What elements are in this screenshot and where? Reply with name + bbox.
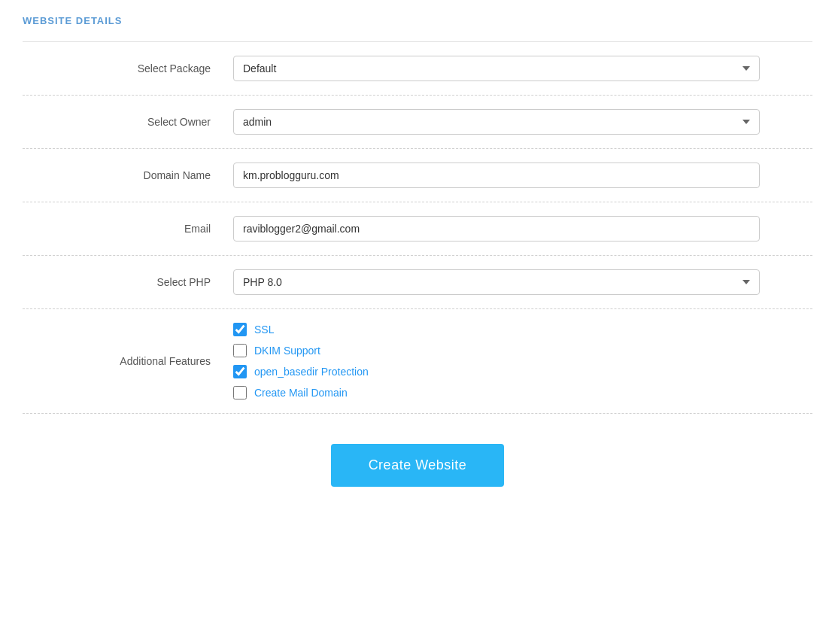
- email-row: Email: [23, 202, 812, 256]
- domain-name-label: Domain Name: [23, 169, 233, 181]
- domain-name-wrapper: [233, 163, 760, 188]
- additional-features-wrapper: SSL DKIM Support open_basedir Protection…: [233, 323, 760, 399]
- domain-name-input[interactable]: [233, 163, 760, 188]
- create-website-button[interactable]: Create Website: [331, 444, 505, 487]
- dkim-label: DKIM Support: [254, 345, 320, 357]
- select-php-label: Select PHP: [23, 276, 233, 288]
- ssl-checkbox-item[interactable]: SSL: [233, 323, 760, 336]
- ssl-checkbox[interactable]: [233, 323, 247, 336]
- maildomain-checkbox-item[interactable]: Create Mail Domain: [233, 386, 760, 399]
- page-title: WEBSITE DETAILS: [23, 15, 812, 26]
- domain-name-row: Domain Name: [23, 149, 812, 202]
- select-package-row: Select Package Default Basic Pro Enterpr…: [23, 42, 812, 96]
- email-input[interactable]: [233, 216, 760, 242]
- openbasedir-label: open_basedir Protection: [254, 366, 369, 378]
- select-owner-row: Select Owner admin user1 user2: [23, 96, 812, 149]
- additional-features-label: Additional Features: [23, 355, 233, 367]
- select-php-dropdown[interactable]: PHP 8.0 PHP 7.4 PHP 7.3 PHP 8.1 PHP 8.2: [233, 269, 760, 295]
- additional-features-row: Additional Features SSL DKIM Support ope…: [23, 309, 812, 414]
- select-php-row: Select PHP PHP 8.0 PHP 7.4 PHP 7.3 PHP 8…: [23, 256, 812, 309]
- select-owner-label: Select Owner: [23, 116, 233, 128]
- ssl-label: SSL: [254, 324, 274, 336]
- page-wrapper: WEBSITE DETAILS Select Package Default B…: [0, 0, 835, 524]
- email-label: Email: [23, 223, 233, 235]
- dkim-checkbox[interactable]: [233, 344, 247, 357]
- maildomain-checkbox[interactable]: [233, 386, 247, 399]
- select-package-dropdown[interactable]: Default Basic Pro Enterprise: [233, 56, 760, 81]
- select-package-label: Select Package: [23, 62, 233, 74]
- maildomain-label: Create Mail Domain: [254, 387, 348, 399]
- select-owner-wrapper: admin user1 user2: [233, 109, 760, 135]
- openbasedir-checkbox[interactable]: [233, 365, 247, 378]
- openbasedir-checkbox-item[interactable]: open_basedir Protection: [233, 365, 760, 378]
- select-package-wrapper: Default Basic Pro Enterprise: [233, 56, 760, 81]
- button-row: Create Website: [23, 414, 812, 509]
- checkboxes-wrapper: SSL DKIM Support open_basedir Protection…: [233, 323, 760, 399]
- select-php-wrapper: PHP 8.0 PHP 7.4 PHP 7.3 PHP 8.1 PHP 8.2: [233, 269, 760, 295]
- email-wrapper: [233, 216, 760, 242]
- form-container: Select Package Default Basic Pro Enterpr…: [23, 42, 812, 414]
- select-owner-dropdown[interactable]: admin user1 user2: [233, 109, 760, 135]
- dkim-checkbox-item[interactable]: DKIM Support: [233, 344, 760, 357]
